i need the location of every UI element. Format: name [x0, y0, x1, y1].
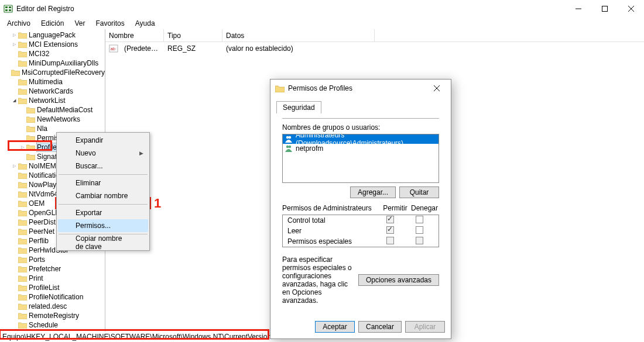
tree-node[interactable]: Multimedia: [0, 77, 105, 87]
menu-archivo[interactable]: Archivo: [2, 18, 35, 29]
tree-node[interactable]: RemoteRegistry: [0, 311, 105, 320]
perms-listbox: Control totalLeerPermisos especiales: [282, 215, 439, 247]
folder-icon: [11, 69, 20, 76]
tree-node[interactable]: NetworkList: [0, 96, 105, 105]
tree-node-label: ProfileList: [29, 284, 60, 292]
tree-node[interactable]: MCI Extensions: [0, 40, 105, 49]
list-header[interactable]: NombreTipoDatos: [105, 29, 644, 42]
svg-rect-3: [9, 6, 11, 8]
tree-node[interactable]: DefaultMediaCost: [0, 105, 105, 115]
expander-icon[interactable]: [11, 97, 18, 104]
tree-node[interactable]: related.desc: [0, 302, 105, 311]
tree-node[interactable]: MCI32: [0, 49, 105, 58]
tree-node[interactable]: MsiCorruptedFileRecovery: [0, 68, 105, 77]
expander-icon[interactable]: [11, 41, 18, 48]
context-menu-item[interactable]: Expandir: [58, 134, 148, 147]
svg-rect-2: [5, 9, 8, 11]
add-button[interactable]: Agregar...: [350, 186, 396, 198]
tree-node-label: Nla: [37, 125, 47, 133]
folder-icon: [18, 191, 27, 198]
tree-node[interactable]: ProfileList: [0, 283, 105, 292]
folder-icon: [18, 163, 27, 170]
tree-node-label: DefaultMediaCost: [37, 106, 93, 114]
context-menu-item[interactable]: Buscar...: [58, 160, 148, 172]
allow-checkbox: [386, 237, 394, 244]
tree-node[interactable]: LanguagePack: [0, 30, 105, 40]
tree-node[interactable]: NetworkCards: [0, 87, 105, 96]
expander-icon: [11, 312, 18, 319]
tree-node-label: MsiCorruptedFileRecovery: [22, 68, 105, 77]
folder-icon: [18, 200, 27, 207]
tree-node-label: Schedule: [29, 321, 58, 329]
folder-icon: [18, 265, 27, 272]
column-header[interactable]: Nombre: [105, 29, 164, 42]
expander-icon: [11, 322, 18, 329]
close-button[interactable]: [618, 0, 644, 18]
context-menu-item[interactable]: Eliminar: [58, 177, 148, 189]
folder-icon: [18, 172, 27, 179]
expander-icon: [11, 50, 18, 57]
menu-ver[interactable]: Ver: [70, 18, 90, 29]
group-icon: [284, 134, 293, 144]
cancel-button[interactable]: Cancelar: [358, 321, 402, 333]
tree-node[interactable]: NewNetworks: [0, 115, 105, 124]
ok-button[interactable]: Aceptar: [315, 321, 355, 333]
perms-label: Permisos de Administrateurs: [282, 204, 381, 212]
column-header[interactable]: Tipo: [164, 29, 222, 42]
group-item[interactable]: Administrateurs (Downloadsource\Administ…: [283, 134, 439, 144]
svg-rect-6: [602, 6, 607, 12]
allow-header: Permitir: [381, 204, 410, 212]
tree-node-label: NetworkList: [29, 96, 66, 105]
menu-favoritos[interactable]: Favoritos: [91, 18, 129, 29]
folder-icon: [18, 228, 27, 235]
string-value-icon: ab: [109, 44, 118, 53]
context-menu-item[interactable]: Exportar: [58, 206, 148, 219]
folder-icon: [18, 219, 27, 226]
apply-button[interactable]: Aplicar: [405, 321, 445, 333]
menu-ayuda[interactable]: Ayuda: [131, 18, 160, 29]
remove-button[interactable]: Quitar: [399, 186, 439, 198]
expander-icon: [19, 125, 26, 132]
perm-row: Permisos especiales: [283, 236, 439, 247]
allow-checkbox: [386, 226, 394, 234]
minimize-button[interactable]: [565, 0, 591, 18]
tree-node[interactable]: ProfileNotification: [0, 292, 105, 302]
value-name: (Predeterminado): [121, 43, 164, 54]
context-menu-item[interactable]: Permisos...: [58, 219, 148, 232]
advanced-button[interactable]: Opciones avanzadas: [358, 274, 439, 286]
context-menu-item[interactable]: Copiar nombre de clave: [58, 236, 148, 249]
folder-icon: [26, 106, 35, 113]
tree-node-label: RemoteRegistry: [29, 312, 79, 320]
expander-icon[interactable]: [19, 144, 26, 151]
deny-checkbox[interactable]: [416, 216, 423, 223]
svg-rect-4: [9, 9, 11, 11]
tab-security[interactable]: Seguridad: [276, 101, 321, 113]
expander-icon[interactable]: [11, 32, 18, 39]
context-menu-item[interactable]: Cambiar nombre: [58, 189, 148, 202]
folder-icon: [18, 181, 27, 188]
maximize-button[interactable]: [591, 0, 618, 18]
dialog-close-button[interactable]: [425, 80, 448, 96]
perm-row: Control total: [283, 215, 439, 226]
expander-icon[interactable]: [11, 163, 18, 170]
tree-node[interactable]: MiniDumpAuxiliaryDlls: [0, 58, 105, 68]
svg-point-14: [289, 136, 291, 139]
deny-checkbox[interactable]: [416, 226, 423, 234]
column-header[interactable]: Datos: [222, 29, 375, 42]
expander-icon: [19, 116, 26, 123]
groups-listbox[interactable]: Administrateurs (Downloadsource\Administ…: [282, 134, 439, 183]
context-menu-item[interactable]: Nuevo▶: [58, 147, 148, 160]
dialog-titlebar: Permisos de Profiles: [270, 80, 451, 97]
tree-node[interactable]: Print: [0, 274, 105, 283]
tree-node[interactable]: Schedule: [0, 320, 105, 330]
titlebar: Editor del Registro: [0, 0, 644, 18]
tree-node[interactable]: Ports: [0, 255, 105, 264]
folder-icon: [18, 293, 27, 300]
tree-node[interactable]: Prefetcher: [0, 264, 105, 274]
folder-icon: [18, 237, 27, 244]
deny-checkbox: [416, 237, 423, 244]
list-row[interactable]: ab(Predeterminado)REG_SZ(valor no establ…: [105, 42, 644, 55]
perm-name: Leer: [287, 227, 375, 235]
folder-icon: [18, 78, 27, 85]
menu-edición[interactable]: Edición: [36, 18, 68, 29]
